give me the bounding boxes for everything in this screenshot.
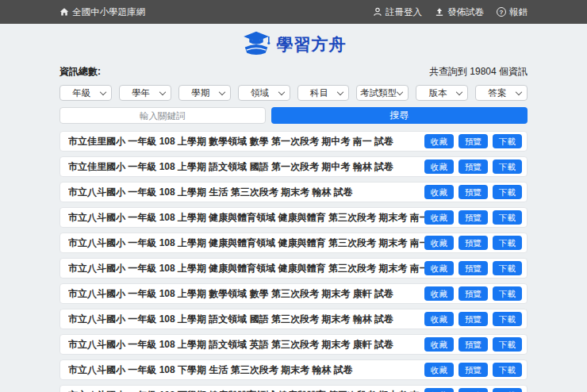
- favorite-button[interactable]: 收藏: [424, 286, 454, 302]
- site-logo[interactable]: 學習方舟: [0, 24, 587, 63]
- preview-button[interactable]: 預覽: [458, 388, 488, 392]
- row-actions: 收藏 預覽 下載: [424, 185, 522, 200]
- filter-select-domain-label: 領域: [251, 87, 269, 99]
- filter-select-subject[interactable]: 科目: [297, 85, 350, 101]
- total-count-label: 資訊總數:: [59, 65, 101, 79]
- result-row: 市立八斗國小 一年級 108 上學期 健康與體育領域 健康與體育 第三次段考 期…: [59, 258, 528, 279]
- result-row: 市立佳里國小 一年級 108 上學期 語文領域 國語 第一次段考 期中考 翰林 …: [59, 156, 528, 177]
- download-button[interactable]: 下載: [493, 159, 522, 175]
- filter-select-school-year[interactable]: 學年: [119, 85, 171, 101]
- filter-select-grade-label: 年級: [72, 87, 90, 99]
- download-button[interactable]: 下載: [493, 388, 522, 392]
- favorite-button[interactable]: 收藏: [424, 134, 454, 149]
- row-title: 市立佳里國小 一年級 108 上學期 語文領域 國語 第一次段考 期中考 翰林 …: [68, 160, 424, 174]
- row-title: 市立八斗國小 一年級 108 上學期 健康與體育領域 健康與體育 第三次段考 期…: [68, 236, 424, 250]
- favorite-button[interactable]: 收藏: [424, 363, 454, 378]
- search-row: 搜尋: [59, 107, 528, 124]
- logo-text: 學習方舟: [277, 33, 347, 56]
- results-list: 市立佳里國小 一年級 108 上學期 數學領域 數學 第一次段考 期中考 南一 …: [59, 131, 528, 392]
- preview-button[interactable]: 預覽: [458, 134, 488, 149]
- preview-button[interactable]: 預覽: [458, 312, 488, 327]
- row-title: 市立八斗國小 一年級 108 下學期 生活 第三次段考 期末考 翰林 試卷: [68, 363, 424, 377]
- row-actions: 收藏 預覽 下載: [424, 134, 522, 149]
- publish-paper-label: 發佈試卷: [447, 6, 484, 18]
- favorite-button[interactable]: 收藏: [424, 236, 454, 251]
- filter-select-exam-type-label: 考試類型: [360, 87, 397, 99]
- result-row: 市立八斗國小 一年級 108 下學期 健康與體育領域 健康與體育 第三次段考 期…: [59, 385, 528, 392]
- result-row: 市立八斗國小 一年級 108 上學期 語文領域 英語 第三次段考 期末考 康軒 …: [59, 334, 528, 355]
- download-button[interactable]: 下載: [493, 185, 522, 200]
- download-button[interactable]: 下載: [493, 210, 522, 225]
- filter-select-answer[interactable]: 答案: [475, 85, 528, 101]
- row-title: 市立佳里國小 一年級 108 上學期 數學領域 數學 第一次段考 期中考 南一 …: [68, 135, 424, 148]
- favorite-button[interactable]: 收藏: [424, 388, 454, 392]
- result-row: 市立八斗國小 一年級 108 上學期 健康與體育領域 健康與體育 第三次段考 期…: [59, 233, 528, 253]
- home-link[interactable]: 全國中小學題庫網: [59, 6, 145, 18]
- download-button[interactable]: 下載: [493, 312, 522, 327]
- row-actions: 收藏 預覽 下載: [424, 388, 522, 392]
- register-login-link[interactable]: 註冊登入: [373, 6, 422, 18]
- row-actions: 收藏 預覽 下載: [424, 337, 522, 352]
- download-button[interactable]: 下載: [493, 261, 522, 276]
- download-button[interactable]: 下載: [493, 286, 522, 302]
- top-navbar: 全國中小學題庫網 註冊登入 發佈試卷 報錯: [0, 0, 587, 24]
- result-row: 市立八斗國小 一年級 108 上學期 數學領域 數學 第三次段考 期末考 康軒 …: [59, 283, 528, 304]
- row-actions: 收藏 預覽 下載: [424, 363, 522, 378]
- row-title: 市立八斗國小 一年級 108 上學期 生活 第三次段考 期末考 翰林 試卷: [68, 186, 424, 199]
- preview-button[interactable]: 預覽: [458, 286, 488, 302]
- result-row: 市立八斗國小 一年級 108 下學期 生活 第三次段考 期末考 翰林 試卷 收藏…: [59, 359, 528, 380]
- download-button[interactable]: 下載: [493, 337, 522, 352]
- filter-select-grade[interactable]: 年級: [59, 85, 112, 101]
- favorite-button[interactable]: 收藏: [424, 185, 454, 200]
- favorite-button[interactable]: 收藏: [424, 159, 454, 175]
- filter-select-subject-label: 科目: [310, 87, 328, 99]
- result-row: 市立八斗國小 一年級 108 上學期 語文領域 國語 第三次段考 期末考 翰林 …: [59, 309, 528, 329]
- register-login-label: 註冊登入: [386, 6, 422, 18]
- home-icon: [59, 7, 69, 17]
- row-title: 市立八斗國小 一年級 108 上學期 健康與體育領域 健康與體育 第三次段考 期…: [68, 211, 424, 225]
- preview-button[interactable]: 預覽: [458, 185, 488, 200]
- home-link-label: 全國中小學題庫網: [72, 6, 145, 18]
- download-button[interactable]: 下載: [493, 236, 522, 251]
- filter-select-answer-label: 答案: [489, 87, 507, 99]
- row-actions: 收藏 預覽 下載: [424, 210, 522, 225]
- row-actions: 收藏 預覽 下載: [424, 236, 522, 251]
- preview-button[interactable]: 預覽: [458, 210, 488, 225]
- filter-row: 年級 學年 學期 領域 科目 考試類型 版本 答案: [59, 85, 528, 101]
- preview-button[interactable]: 預覽: [458, 363, 488, 378]
- preview-button[interactable]: 預覽: [458, 261, 488, 276]
- row-title: 市立八斗國小 一年級 108 上學期 語文領域 英語 第三次段考 期末考 康軒 …: [68, 338, 424, 352]
- filter-select-school-year-label: 學年: [132, 87, 150, 99]
- upload-icon: [435, 7, 444, 17]
- download-button[interactable]: 下載: [493, 363, 522, 378]
- preview-button[interactable]: 預覽: [458, 337, 488, 352]
- preview-button[interactable]: 預覽: [458, 236, 488, 251]
- filter-select-semester[interactable]: 學期: [178, 85, 231, 101]
- filter-select-semester-label: 學期: [191, 87, 209, 99]
- search-button[interactable]: 搜尋: [271, 107, 528, 124]
- publish-paper-link[interactable]: 發佈試卷: [435, 6, 484, 18]
- row-actions: 收藏 預覽 下載: [424, 159, 522, 175]
- preview-button[interactable]: 預覽: [458, 159, 488, 175]
- filter-select-domain[interactable]: 領域: [238, 85, 290, 101]
- result-row: 市立八斗國小 一年級 108 上學期 健康與體育領域 健康與體育 第三次段考 期…: [59, 207, 528, 228]
- favorite-button[interactable]: 收藏: [424, 312, 454, 327]
- favorite-button[interactable]: 收藏: [424, 337, 454, 352]
- summary-row: 資訊總數: 共查詢到 19804 個資訊: [59, 65, 528, 79]
- favorite-button[interactable]: 收藏: [424, 261, 454, 276]
- user-icon: [373, 7, 382, 17]
- filter-select-version-label: 版本: [429, 87, 447, 99]
- row-title: 市立八斗國小 一年級 108 上學期 數學領域 數學 第三次段考 期末考 康軒 …: [68, 287, 424, 301]
- row-title: 市立八斗國小 一年級 108 上學期 健康與體育領域 健康與體育 第三次段考 期…: [68, 262, 424, 275]
- query-result-text: 共查詢到 19804 個資訊: [429, 65, 528, 79]
- download-button[interactable]: 下載: [493, 134, 522, 149]
- report-error-link[interactable]: 報錯: [497, 6, 528, 18]
- filter-select-version[interactable]: 版本: [416, 85, 468, 101]
- report-error-label: 報錯: [509, 6, 528, 18]
- result-row: 市立八斗國小 一年級 108 上學期 生活 第三次段考 期末考 翰林 試卷 收藏…: [59, 182, 528, 202]
- favorite-button[interactable]: 收藏: [424, 210, 454, 225]
- keyword-search-input[interactable]: [59, 107, 266, 124]
- row-title: 市立八斗國小 一年級 108 下學期 健康與體育領域 健康與體育 第三次段考 期…: [68, 389, 424, 392]
- row-actions: 收藏 預覽 下載: [424, 286, 522, 302]
- filter-select-exam-type[interactable]: 考試類型: [356, 85, 409, 101]
